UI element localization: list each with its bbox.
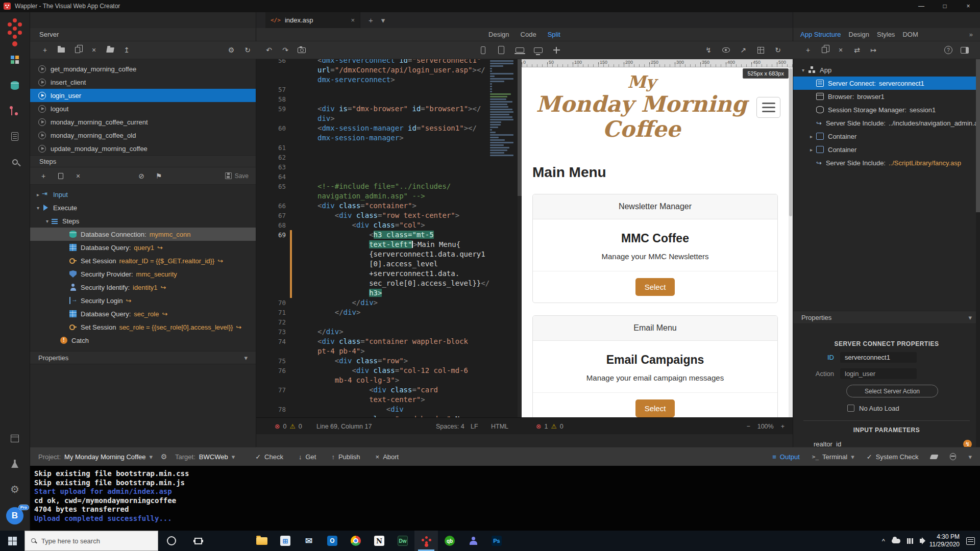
code-line[interactable]: url="/dmxConnect/api/login_user.asp"></ <box>256 65 522 75</box>
quickbooks-taskbar-button[interactable]: qb <box>438 531 461 551</box>
new-tab-button[interactable]: + <box>369 16 373 24</box>
flag-step-button[interactable]: ⚑ <box>153 169 165 183</box>
navbar-toggler-button[interactable] <box>756 97 780 118</box>
redo-button[interactable]: ↷ <box>279 43 291 57</box>
code-line[interactable]: 68 <div class="col"> <box>256 220 522 230</box>
dynamic-data-button[interactable]: ↯ <box>702 43 715 57</box>
delete-step-button[interactable]: × <box>72 169 84 183</box>
zoom-out-button[interactable]: − <box>746 423 750 430</box>
code-line[interactable]: 64 <box>256 172 522 182</box>
pages-rail-icon[interactable] <box>5 125 25 147</box>
add-step-button[interactable]: + <box>37 169 50 183</box>
open-action-icon[interactable]: ↪ <box>236 323 241 331</box>
network-icon[interactable] <box>907 538 913 544</box>
app-tree-item[interactable]: Browser:browser1 <box>793 90 980 103</box>
step-item[interactable]: Database Query:sec_role↪ <box>30 307 256 320</box>
copy-component-button[interactable] <box>818 43 830 57</box>
terminal-toggle-button[interactable]: >_Terminal▾ <box>812 453 854 461</box>
code-line[interactable]: text-center"> <box>256 395 522 405</box>
indentation-setting[interactable]: Spaces: 4 <box>436 423 464 430</box>
code-line[interactable]: dmx-session-manager> <box>256 133 522 143</box>
dynamic-value-icon[interactable]: ↯ <box>963 440 972 447</box>
add-component-button[interactable]: + <box>802 43 814 57</box>
debug-icon[interactable] <box>950 453 956 460</box>
tab-design[interactable]: Design <box>849 31 869 38</box>
refresh-preview-button[interactable]: ↻ <box>772 43 784 57</box>
editor-scrollbar[interactable] <box>518 59 522 417</box>
open-in-browser-button[interactable]: ↗ <box>737 43 749 57</box>
code-line[interactable]: 66<div class="container"> <box>256 201 522 211</box>
app-tree-item[interactable]: Server Side Include:../ScriptLibrary/fan… <box>793 156 980 169</box>
zoom-in-button[interactable]: + <box>781 423 785 430</box>
code-line[interactable]: navigation_admin.asp" --> <box>256 191 522 201</box>
preview-scrollbar[interactable] <box>789 67 793 417</box>
cortana-button[interactable] <box>158 531 185 551</box>
code-line[interactable]: [0].access_level <box>256 259 522 269</box>
split-mode-button[interactable]: Split <box>548 31 560 38</box>
desktop-view-button[interactable] <box>532 43 544 57</box>
export-button[interactable]: ↥ <box>120 43 133 57</box>
duplicate-button[interactable] <box>71 43 84 57</box>
code-line[interactable]: 72 <box>256 317 522 327</box>
tab-dom[interactable]: DOM <box>902 31 918 38</box>
code-line[interactable]: h3> <box>256 288 522 298</box>
tree-arrow-icon[interactable]: ▾ <box>34 205 42 211</box>
code-line[interactable]: 69 <h3 class="mt-5 <box>256 230 522 240</box>
server-action-item[interactable]: update_monday_morning_coffee <box>30 142 256 155</box>
server-action-item[interactable]: login_user <box>30 89 256 102</box>
tab-styles[interactable]: Styles <box>877 31 895 38</box>
app-structure-rail-icon[interactable] <box>5 48 25 71</box>
help-icon[interactable]: ? <box>944 46 952 54</box>
save-steps-button[interactable]: Save <box>225 172 249 180</box>
delete-button[interactable]: × <box>88 43 100 57</box>
app-tree-root[interactable]: ▾ App <box>793 63 980 77</box>
id-value-field[interactable]: serverconnect1 <box>840 352 917 363</box>
tree-arrow-icon[interactable]: ▾ <box>799 67 807 73</box>
minimap[interactable] <box>489 59 516 417</box>
labs-rail-icon[interactable] <box>5 453 25 475</box>
project-selector[interactable]: Project: My Monday Morning Coffee ▾ <box>38 453 153 461</box>
app-tree-item[interactable]: ▸Container <box>793 130 980 143</box>
refresh-actions-icon[interactable]: ↻ <box>241 43 254 57</box>
code-line[interactable]: 67 <div class="row text-center"> <box>256 211 522 220</box>
code-line[interactable]: div> <box>256 114 522 123</box>
app-tree-item[interactable]: Server Side Include:../includes/navigati… <box>793 116 980 130</box>
minimize-button[interactable]: — <box>910 0 933 12</box>
chrome-taskbar-button[interactable] <box>344 531 368 551</box>
abort-button[interactable]: ×Abort <box>376 453 399 461</box>
swap-component-button[interactable]: ⇄ <box>851 43 863 57</box>
zoom-level[interactable]: 100% <box>757 423 774 430</box>
select-button[interactable]: Select <box>635 278 675 296</box>
notion-taskbar-button[interactable]: N <box>368 531 391 551</box>
code-line[interactable]: 56<dmx-serverconnect id="serverconnect1" <box>256 59 522 65</box>
eol-setting[interactable]: LF <box>471 423 478 430</box>
code-line[interactable]: 62 <box>256 153 522 162</box>
publish-button[interactable]: ↑Publish <box>331 453 360 461</box>
settings-gear-icon[interactable]: ⚙ <box>5 478 25 500</box>
start-button[interactable] <box>0 531 24 551</box>
code-line[interactable]: 77 <div class="card <box>256 385 522 395</box>
close-button[interactable]: × <box>957 0 980 12</box>
disable-step-button[interactable]: ⊘ <box>135 169 148 183</box>
app-tree-item[interactable]: Server Connect:serverconnect1 <box>793 77 980 90</box>
page-canvas[interactable]: My Monday Morning Coffee Main Menu Newsl… <box>522 67 789 417</box>
collapse-panel-icon[interactable]: ▾ <box>968 453 972 461</box>
code-line[interactable]: 60<dmx-session-manager id="session1"></ <box>256 123 522 133</box>
action-value-field[interactable]: login_user <box>840 368 917 379</box>
open-action-icon[interactable]: ↪ <box>162 310 167 318</box>
cursor-position[interactable]: Line 69, Column 17 <box>316 423 372 430</box>
tree-arrow-icon[interactable]: ▸ <box>807 134 815 139</box>
tablet-view-button[interactable] <box>495 43 507 57</box>
taskbar-clock[interactable]: 4:30 PM 11/29/2020 <box>929 533 960 548</box>
workflows-rail-icon[interactable] <box>5 99 25 122</box>
code-line[interactable]: +serverconnect1.data. <box>256 269 522 279</box>
design-mode-button[interactable]: Design <box>488 31 509 38</box>
code-line[interactable]: 75 <div class="row"> <box>256 356 522 366</box>
grid-view-button[interactable] <box>754 43 767 57</box>
preview-scrollbar-thumb[interactable] <box>789 68 792 216</box>
code-line[interactable]: 73</div> <box>256 327 522 337</box>
tree-arrow-icon[interactable]: ▸ <box>807 147 815 153</box>
add-action-button[interactable]: + <box>39 43 51 57</box>
taskbar-search-box[interactable]: Type here to search <box>24 531 158 551</box>
code-mode-button[interactable]: Code <box>521 31 536 38</box>
